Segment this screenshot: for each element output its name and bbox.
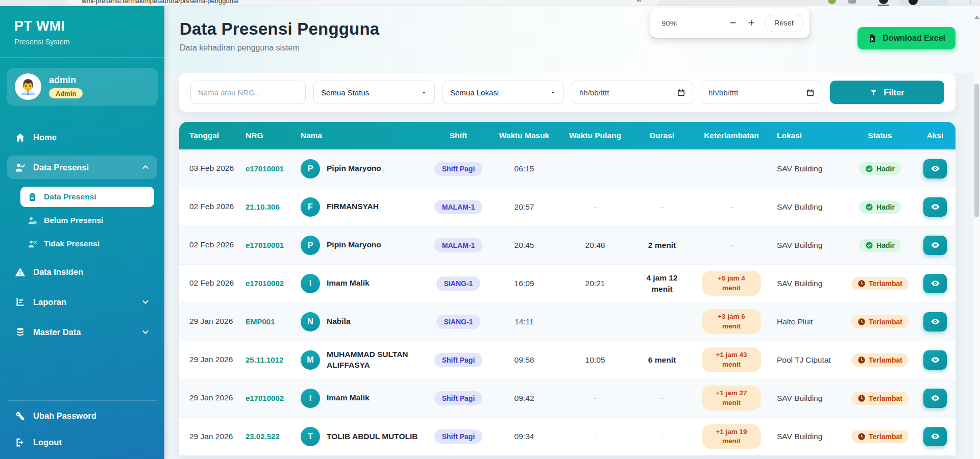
- cell-aksi: [915, 379, 955, 417]
- table-row: 29 Jan 2026 e17010002 I Imam Malik Shift…: [179, 379, 955, 417]
- sidebar-item-tidak-presensi[interactable]: Tidak Presensi: [20, 234, 154, 254]
- late-badge: -: [730, 202, 732, 211]
- avatar: F: [301, 197, 320, 217]
- excel-file-icon: [868, 34, 877, 43]
- view-detail-button[interactable]: [923, 389, 947, 408]
- late-badge: +1 jam 43 menit: [702, 347, 761, 372]
- status-select[interactable]: Semua Status: [313, 81, 435, 104]
- cell-aksi: [915, 302, 955, 341]
- nrg-link[interactable]: e17010001: [246, 164, 284, 173]
- extension-icon[interactable]: [879, 0, 888, 4]
- view-detail-button[interactable]: [923, 159, 947, 178]
- cell-durasi: -: [635, 149, 689, 188]
- chevron-up-icon: [141, 163, 150, 171]
- sidebar-item-home[interactable]: Home: [7, 125, 157, 149]
- eye-icon: [930, 317, 940, 326]
- extension-icon[interactable]: [828, 0, 836, 4]
- cell-aksi: [915, 188, 955, 226]
- col-lokasi: Lokasi: [774, 122, 845, 149]
- sidebar-item-belum-presensi[interactable]: Belum Presensi: [20, 210, 154, 231]
- sidebar-item-data-insiden[interactable]: Data Insiden: [7, 260, 157, 284]
- view-detail-button[interactable]: [923, 197, 947, 217]
- cell-nama: T TOLIB ABDUL MUTOLIB: [298, 417, 424, 455]
- nrg-link[interactable]: 25.11.1012: [246, 355, 283, 364]
- warning-icon: [15, 267, 26, 277]
- status-badge: Hadir: [859, 200, 901, 214]
- shift-badge: Shift Pagi: [434, 353, 483, 367]
- eye-icon: [930, 393, 940, 403]
- cell-nrg: e17010002: [242, 264, 298, 302]
- cell-keterlambatan: -: [689, 188, 774, 226]
- nrg-link[interactable]: EMP001: [246, 317, 275, 326]
- nrg-link[interactable]: e17010002: [246, 394, 284, 402]
- nrg-link[interactable]: 23.02.522: [246, 432, 280, 441]
- shift-badge: SIANG-1: [436, 276, 481, 291]
- cell-waktu-masuk: 09:58: [493, 341, 555, 379]
- cell-tanggal: 02 Feb 2026: [179, 188, 242, 226]
- scrollbar[interactable]: [973, 6, 980, 459]
- sidebar-item-laporan[interactable]: Laporan: [7, 290, 157, 314]
- calendar-icon[interactable]: [677, 88, 685, 97]
- avatar: M: [301, 350, 320, 370]
- shift-badge: Shift Pagi: [434, 391, 483, 405]
- download-excel-button[interactable]: Download Excel: [857, 27, 955, 49]
- cell-nama: F FIRMANSYAH: [298, 188, 424, 226]
- sidebar-group-data-presensi[interactable]: Data Presensi: [7, 156, 157, 179]
- browser-profile-pill[interactable]: [899, 0, 948, 6]
- active-extension-underline: [878, 5, 889, 6]
- cell-lokasi: SAV Building: [774, 264, 845, 302]
- cell-status: Terlambat: [845, 379, 915, 417]
- status-badge: Terlambat: [851, 315, 909, 328]
- view-detail-button[interactable]: [923, 350, 947, 370]
- cell-waktu-masuk: 09:42: [493, 379, 555, 417]
- scrollbar-up-arrow[interactable]: [974, 15, 979, 19]
- view-detail-button[interactable]: [923, 312, 947, 332]
- shift-badge: MALAM-1: [434, 200, 483, 214]
- cell-waktu-pulang: -: [555, 188, 635, 226]
- view-detail-button[interactable]: [923, 427, 947, 446]
- view-detail-button[interactable]: [923, 236, 947, 255]
- nrg-link[interactable]: e17010001: [246, 241, 284, 249]
- cell-lokasi: Halte Pluit: [774, 302, 845, 341]
- cell-shift: Shift Pagi: [424, 149, 493, 188]
- sidebar-item-logout[interactable]: Logout: [7, 430, 157, 454]
- person-x-icon: [28, 239, 37, 249]
- location-select[interactable]: Semua Lokasi: [443, 81, 564, 104]
- check-circle-icon: [865, 203, 873, 211]
- view-detail-button[interactable]: [923, 274, 947, 293]
- zoom-in-button[interactable]: +: [742, 16, 761, 30]
- zoom-out-button[interactable]: −: [724, 16, 742, 30]
- clock-icon: [857, 432, 866, 441]
- browser-menu-icon[interactable]: ⋮: [968, 0, 974, 5]
- nrg-link[interactable]: 21.10.306: [246, 202, 280, 211]
- employee-name: Imam Malik: [327, 278, 370, 288]
- col-keterlambatan: Keterlambatan: [689, 122, 774, 149]
- search-input[interactable]: [190, 81, 306, 104]
- employee-name: Nabila: [327, 316, 351, 326]
- address-bar[interactable]: wmi-presensi.termakimpetaurora/presensi-…: [65, 0, 659, 5]
- date-to-input[interactable]: hh/bb/tttt: [701, 81, 822, 104]
- date-from-input[interactable]: hh/bb/tttt: [572, 81, 693, 104]
- scrollbar-thumb[interactable]: [974, 84, 979, 217]
- sidebar-item-data-presensi[interactable]: Data Presensi: [20, 187, 154, 207]
- cell-keterlambatan: +3 jam 6 menit: [689, 302, 774, 341]
- cell-aksi: [915, 264, 955, 302]
- avatar: T: [301, 427, 320, 446]
- zoom-reset-button[interactable]: Reset: [765, 14, 803, 32]
- bookmark-star-icon[interactable]: [635, 0, 642, 3]
- cell-tanggal: 02 Feb 2026: [179, 226, 242, 264]
- nrg-link[interactable]: e17010002: [246, 279, 284, 288]
- sidebar-item-ubah-password[interactable]: Ubah Password: [7, 404, 157, 427]
- filter-button[interactable]: Filter: [830, 81, 944, 104]
- col-status: Status: [845, 122, 915, 149]
- status-badge: Hadir: [859, 239, 901, 252]
- clock-icon: [857, 356, 866, 364]
- extension-icon[interactable]: [848, 0, 856, 4]
- cell-lokasi: SAV Building: [774, 417, 845, 455]
- calendar-icon[interactable]: [806, 88, 815, 97]
- table-row: 03 Feb 2026 e17010001 P Pipin Maryono Sh…: [179, 149, 955, 188]
- cell-lokasi: SAV Building: [774, 379, 845, 417]
- cell-durasi: -: [635, 417, 689, 455]
- cell-waktu-pulang: -: [555, 302, 635, 341]
- sidebar-item-master-data[interactable]: Master Data: [7, 320, 157, 344]
